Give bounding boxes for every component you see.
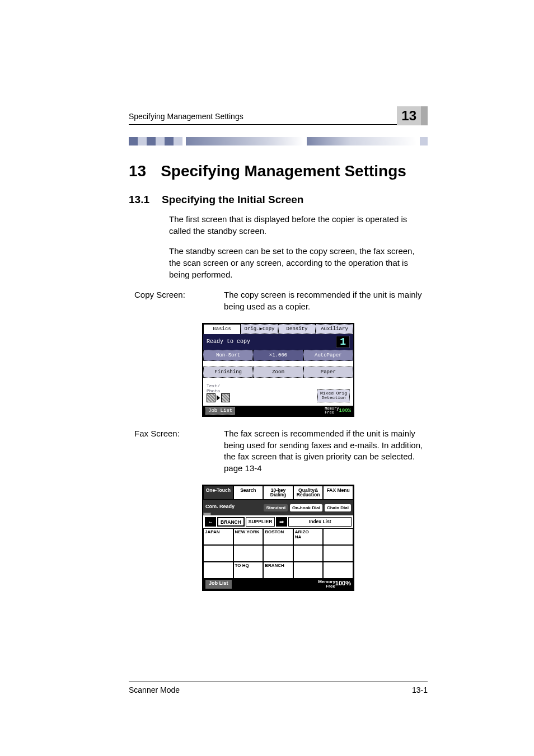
tab-10key[interactable]: 10-key Dialing: [263, 486, 293, 500]
tab-basics[interactable]: Basics: [203, 324, 241, 334]
tab-density[interactable]: Density: [278, 324, 316, 334]
entry-desc: The copy screen is recommended if the un…: [224, 289, 428, 312]
cell-empty[interactable]: [293, 562, 324, 579]
fax-screen-figure: One-Touch Search 10-key Dialing Quality&…: [129, 485, 428, 591]
btn-finishing[interactable]: Finishing: [203, 367, 253, 378]
btn-non-sort[interactable]: Non-Sort: [203, 350, 253, 361]
chapter-number: 13: [129, 162, 146, 180]
text-photo-icons: [207, 393, 230, 402]
cell-arizona[interactable]: ARIZO NA: [293, 528, 324, 545]
fax-screen-panel: One-Touch Search 10-key Dialing Quality&…: [202, 485, 354, 591]
text-icon[interactable]: [207, 393, 216, 402]
thumb-tab: [421, 106, 428, 125]
copy-screen-status: Ready to copy 1: [203, 334, 353, 350]
memory-pct: 100%: [335, 580, 351, 587]
pill-chain[interactable]: Chain Dial: [325, 504, 351, 511]
copy-screen-panel: Basics Orig.▶Copy Density Auxiliary Read…: [202, 323, 354, 417]
chapter-title-text: Specifying Management Settings: [161, 162, 406, 180]
entry-desc: The fax screen is recommended if the uni…: [224, 428, 428, 475]
copy-screen-footer: Job List Memory Free100%: [203, 406, 353, 416]
entry-label: Copy Screen:: [134, 289, 224, 312]
pill-onhook[interactable]: On-hook Dial: [290, 504, 322, 511]
footer-left: Scanner Mode: [129, 685, 180, 694]
memory-indicator: Memory Free100%: [325, 407, 351, 415]
btn-index-list[interactable]: Index List: [288, 517, 352, 527]
pill-standard[interactable]: Standard: [264, 504, 288, 511]
copy-screen-tabs: Basics Orig.▶Copy Density Auxiliary: [203, 324, 353, 334]
header-rule: [129, 124, 428, 125]
decorative-stripe: [129, 137, 428, 145]
cell-empty[interactable]: [233, 545, 264, 562]
copy-screen-lower: Text/ Photo Mixed Orig Detection: [203, 378, 353, 406]
photo-icon[interactable]: [221, 393, 230, 402]
cell-boston[interactable]: BOSTON: [263, 528, 293, 545]
fax-onetouch-grid: JAPAN NEW YORK BOSTON ARIZO NA TO HQ BRA…: [203, 528, 353, 579]
fax-screen-tabs: One-Touch Search 10-key Dialing Quality&…: [203, 486, 353, 500]
arrow-right-icon[interactable]: ➡: [276, 517, 287, 527]
fax-index-row: ← BRANCH SUPPLIER ➡ Index List: [203, 515, 353, 528]
btn-job-list[interactable]: Job List: [205, 580, 232, 589]
fax-footer: Job List Memory Free100%: [203, 579, 353, 590]
tab-quality[interactable]: Quality& Reduction: [293, 486, 324, 500]
cell-empty[interactable]: [203, 562, 233, 579]
stripe-bar: [186, 137, 303, 145]
paragraph: The standby screen can be set to the cop…: [169, 246, 428, 280]
btn-zoom[interactable]: Zoom: [253, 367, 303, 378]
cell-tohq[interactable]: TO HQ: [233, 562, 264, 579]
paragraph: The first screen that is displayed befor…: [169, 214, 428, 237]
running-header: Specifying Management Settings: [129, 112, 428, 121]
chapter-title: 13Specifying Management Settings: [129, 162, 428, 180]
page-content: 13 Specifying Management Settings 13Spec…: [0, 0, 534, 591]
btn-paper[interactable]: Paper: [303, 367, 353, 378]
tab-auxiliary[interactable]: Auxiliary: [316, 324, 353, 334]
cell-branch[interactable]: BRANCH: [263, 562, 293, 579]
btn-auto-paper[interactable]: AutoPaper: [303, 350, 353, 361]
cell-empty[interactable]: [323, 562, 353, 579]
copy-screen-figure: Basics Orig.▶Copy Density Auxiliary Read…: [129, 323, 428, 417]
copy-screen-row-2: Finishing Zoom Paper: [203, 367, 353, 378]
stripe-bar: [307, 137, 416, 145]
copy-count: 1: [336, 336, 350, 348]
cell-empty[interactable]: [203, 545, 233, 562]
idx-supplier[interactable]: SUPPLIER: [246, 517, 275, 527]
cell-japan[interactable]: JAPAN: [203, 528, 233, 545]
btn-mixed-orig[interactable]: Mixed Orig Detection: [317, 389, 350, 402]
cell-empty[interactable]: [323, 545, 353, 562]
btn-zoom-value[interactable]: ×1.000: [253, 350, 303, 361]
idx-branch[interactable]: BRANCH: [217, 517, 245, 527]
chapter-badge-number: 13: [397, 106, 421, 125]
text-photo-group: Text/ Photo: [207, 383, 230, 402]
entry-fax-screen: Fax Screen: The fax screen is recommende…: [134, 428, 428, 475]
section-number: 13.1: [129, 194, 149, 205]
cell-empty[interactable]: [263, 545, 293, 562]
memory-pct: 100%: [339, 408, 351, 414]
text-photo-label: Text/ Photo: [207, 383, 230, 393]
tab-search[interactable]: Search: [233, 486, 264, 500]
fax-status-bar: Com. Ready Standard On-hook Dial Chain D…: [203, 500, 353, 515]
entry-copy-screen: Copy Screen: The copy screen is recommen…: [134, 289, 428, 312]
tab-one-touch[interactable]: One-Touch: [203, 486, 233, 500]
cell-empty[interactable]: [293, 545, 324, 562]
status-text: Ready to copy: [207, 339, 250, 345]
chapter-badge: 13: [397, 106, 428, 125]
footer-page-number: 13-1: [412, 685, 428, 694]
memory-indicator: Memory Free100%: [318, 580, 351, 589]
page-reference: page 13-4: [224, 463, 262, 473]
page-footer: Scanner Mode 13-1: [129, 682, 428, 694]
stripe-blocks: [129, 137, 182, 145]
footer-rule: [129, 682, 428, 682]
arrow-left-icon[interactable]: ←: [205, 517, 216, 527]
entry-label: Fax Screen:: [134, 428, 224, 475]
tab-fax-menu[interactable]: FAX Menu: [323, 486, 353, 500]
section-title: 13.1Specifying the Initial Screen: [129, 194, 428, 206]
copy-screen-row-1: Non-Sort ×1.000 AutoPaper: [203, 350, 353, 361]
entry-desc-text: The fax screen is recommended if the uni…: [224, 429, 423, 461]
cell-newyork[interactable]: NEW YORK: [233, 528, 264, 545]
section-title-text: Specifying the Initial Screen: [162, 194, 303, 205]
tab-orig-copy[interactable]: Orig.▶Copy: [241, 324, 278, 334]
btn-job-list[interactable]: Job List: [205, 407, 235, 415]
stripe-end: [420, 137, 428, 145]
status-bar-icon: [203, 513, 211, 515]
cell-empty[interactable]: [323, 528, 353, 545]
status-com-ready: Com. Ready: [205, 504, 235, 509]
